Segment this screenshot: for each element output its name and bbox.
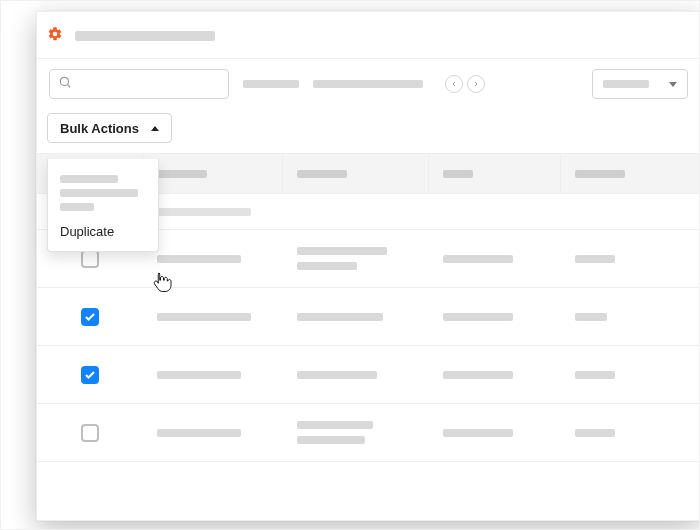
menu-item[interactable] — [60, 175, 118, 183]
table-row — [37, 346, 700, 404]
chevron-down-icon — [669, 82, 677, 87]
menu-item[interactable] — [60, 189, 138, 197]
breadcrumb-segment — [313, 80, 423, 88]
row-checkbox[interactable] — [81, 308, 99, 326]
view-select-label — [603, 80, 649, 88]
gear-icon[interactable] — [47, 26, 63, 46]
table-row — [37, 288, 700, 346]
pager-prev-button[interactable] — [445, 75, 463, 93]
toolbar — [37, 59, 700, 109]
svg-point-0 — [60, 77, 68, 85]
bulk-actions-label: Bulk Actions — [60, 121, 139, 136]
menu-item-duplicate[interactable]: Duplicate — [48, 217, 158, 247]
chevron-up-icon — [151, 126, 159, 131]
row-checkbox[interactable] — [81, 366, 99, 384]
svg-line-1 — [68, 85, 71, 88]
bulk-actions-menu: Duplicate — [47, 159, 159, 252]
search-icon — [58, 75, 72, 93]
pager — [445, 75, 485, 93]
pager-next-button[interactable] — [467, 75, 485, 93]
menu-item[interactable] — [60, 203, 94, 211]
cursor-pointer-icon — [153, 267, 177, 295]
search-input[interactable] — [49, 69, 229, 99]
title-bar — [37, 12, 700, 58]
table-row — [37, 404, 700, 462]
row-checkbox[interactable] — [81, 250, 99, 268]
row-checkbox[interactable] — [81, 424, 99, 442]
view-select[interactable] — [592, 69, 688, 99]
page-title — [75, 31, 215, 41]
breadcrumb-segment — [243, 80, 299, 88]
bulk-actions-button[interactable]: Bulk Actions — [47, 113, 172, 143]
